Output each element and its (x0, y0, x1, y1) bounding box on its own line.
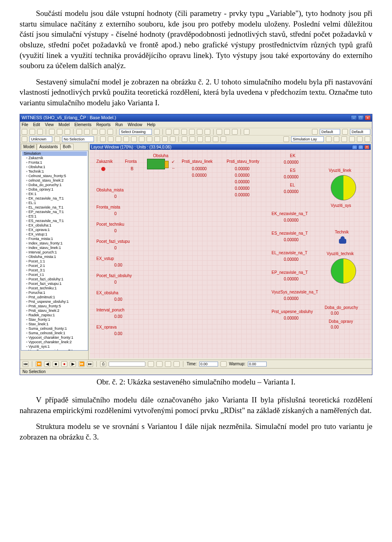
tree-item[interactable]: ▫ celnost_stavu_linek:2 (22, 178, 87, 183)
tree-item[interactable]: ▫ Obsluha:1 (22, 165, 87, 169)
tbtn[interactable] (181, 129, 187, 135)
tbtn[interactable] (100, 129, 105, 135)
tbtn[interactable] (162, 136, 168, 142)
tree-item[interactable]: ▫ Fronta:1 (22, 160, 87, 165)
tbtn[interactable] (349, 136, 355, 142)
menu-file[interactable]: File (22, 122, 28, 127)
tree-item[interactable]: ▫ EP_nezavisle_na_T:1 (22, 210, 87, 214)
tbtn[interactable] (166, 129, 172, 135)
tbtn[interactable] (139, 136, 145, 142)
play-step-back[interactable]: ⏪ (36, 361, 42, 367)
tree-item[interactable]: ▫ Doba_opravy:1 (22, 187, 87, 192)
time-input[interactable] (199, 362, 218, 367)
tree-item[interactable]: ▫ EL:1 (22, 201, 87, 205)
menu-reports[interactable]: Reports (96, 122, 111, 127)
play-btn[interactable] (148, 361, 154, 367)
tbtn[interactable] (224, 129, 230, 135)
tree-item[interactable]: ▫ Vypocet_charakter_fronty:1 (22, 335, 87, 340)
tbtn[interactable] (189, 136, 195, 142)
tbtn[interactable] (342, 129, 348, 135)
tree-item[interactable]: ▫ Pocet_2:1 (22, 264, 87, 268)
tbtn[interactable] (312, 129, 318, 135)
menu-elements[interactable]: Elements (74, 122, 91, 127)
combo-simlayer[interactable]: Simulation Lay (291, 136, 324, 142)
tree-item[interactable]: ▫ Celnost_stavu_fronty:5 (22, 174, 87, 178)
tree-view[interactable]: Simulation ▫ Zakaznik▫ Fronta:1▫ Obsluha… (21, 151, 88, 351)
tree-item[interactable]: ▫ EK:1 (22, 192, 87, 196)
menu-model[interactable]: Model (58, 122, 69, 127)
tbtn[interactable] (189, 129, 195, 135)
tree-item[interactable]: ▫ Prsti_stavu_linek:2 (22, 309, 87, 313)
tbtn[interactable] (283, 136, 289, 142)
layout-close-button[interactable]: × (364, 145, 370, 149)
tbtn[interactable] (205, 136, 211, 142)
tree-item[interactable]: ▫ EK_nezavisle_na_T:1 (22, 196, 87, 201)
tbtn[interactable] (107, 129, 113, 135)
tree-item[interactable]: ▫ Obsluha_mista:1 (22, 255, 87, 259)
play-batch[interactable]: ⎙ (100, 361, 106, 367)
tree-item[interactable]: ▫ ES_nezavisle_na_T:1 (22, 219, 87, 223)
tab-assistants[interactable]: Assistants (37, 144, 60, 150)
tree-item[interactable]: ▫ Prst_uspesne_obsluhy:1 (22, 300, 87, 304)
combo-default-a[interactable]: Default (320, 129, 340, 135)
combo-noselection[interactable]: No Selection (62, 136, 94, 142)
play-btn[interactable] (174, 361, 180, 367)
tree-item[interactable]: ▫ Zakaznik (22, 156, 87, 160)
tree-item[interactable]: ▫ EX_oprava:1 (22, 228, 87, 232)
tree-item[interactable]: ▫ Pocet_techniku:1 (22, 286, 87, 291)
tbtn[interactable] (37, 129, 43, 135)
tree-item[interactable]: ▫ Pocet_3:1 (22, 268, 87, 273)
tbtn[interactable] (22, 129, 27, 135)
play-btn[interactable] (165, 361, 171, 367)
maximize-button[interactable]: □ (358, 115, 364, 120)
select-drawing-combo[interactable]: Select Drawing (119, 129, 152, 135)
tbtn[interactable] (205, 129, 210, 135)
tab-both[interactable]: Both (60, 144, 74, 150)
menu-help[interactable]: Help (147, 122, 156, 127)
tbtn[interactable] (22, 136, 27, 142)
tbtn[interactable] (174, 129, 179, 135)
tree-item[interactable]: ▫ VyuzSys_nezavisle_na_T:1 (22, 349, 87, 351)
tree-item[interactable]: ▫ Porucha:1 (22, 291, 87, 295)
tree-root[interactable]: Simulation (22, 151, 87, 156)
tbtn[interactable] (216, 129, 222, 135)
combo-unknown[interactable]: Unknown (29, 136, 52, 142)
tree-item[interactable]: ▫ Technik:1 (22, 169, 87, 174)
tbtn[interactable] (131, 136, 137, 142)
play-end[interactable]: ⏭ (87, 361, 93, 367)
menubar[interactable]: File Edit View Model Elements Reports Ru… (20, 122, 372, 129)
tree-item[interactable]: ▫ Radek_zapisu:1 (22, 313, 87, 318)
tbtn[interactable] (244, 129, 249, 135)
layout-max-button[interactable]: □ (358, 145, 363, 149)
tbtn[interactable] (147, 136, 152, 142)
layout-canvas[interactable]: Zakaznik Fronta Obsluha B ↙ ← Prsti_stav… (90, 150, 371, 358)
tree-item[interactable]: ▫ Index_stavu_fronty:1 (22, 241, 87, 246)
tbtn[interactable] (197, 129, 203, 135)
tree-tabs[interactable]: ModelAssistantsBoth (21, 144, 88, 150)
warmup-input[interactable] (248, 362, 267, 367)
minimize-button[interactable]: – (351, 115, 357, 120)
tree-item[interactable]: ▫ Pocet_t:1 (22, 273, 87, 277)
tbtn[interactable] (92, 129, 98, 135)
tbtn[interactable] (54, 136, 60, 142)
tree-item[interactable]: ▫ Pocet_fazi_obsluhy:1 (22, 277, 87, 282)
play-stop[interactable]: ■ (53, 361, 59, 367)
tbtn[interactable] (357, 136, 363, 142)
tbtn[interactable] (57, 129, 62, 135)
menu-window[interactable]: Window (128, 122, 143, 127)
tree-item[interactable]: ▫ Prst_odmitnuti:1 (22, 295, 87, 300)
tbtn[interactable] (154, 136, 160, 142)
tbtn[interactable] (116, 136, 121, 142)
tbtn[interactable] (182, 136, 187, 142)
tbtn[interactable] (154, 129, 160, 135)
tree-item[interactable]: ▫ ES:1 (22, 214, 87, 219)
tree-item[interactable]: ▫ Index_stavu_linek:1 (22, 246, 87, 250)
tbtn[interactable] (84, 129, 90, 135)
tree-item[interactable]: ▫ Pocet_fazi_vstupu:1 (22, 282, 87, 286)
tbtn[interactable] (213, 136, 218, 142)
layout-min-button[interactable]: – (352, 145, 357, 149)
tree-item[interactable]: ▫ Prsti_stavu_fronty:5 (22, 304, 87, 309)
play-record[interactable]: ● (61, 361, 67, 367)
tree-item[interactable]: ▫ Doba_do_poruchy:1 (22, 183, 87, 187)
tbtn[interactable] (100, 136, 106, 142)
